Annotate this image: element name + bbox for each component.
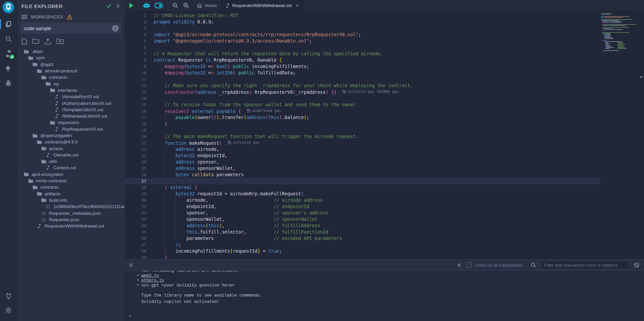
tree-folder-utils[interactable]: utils	[17, 158, 125, 165]
panel-expand-icon[interactable]	[117, 4, 120, 8]
code-line-11[interactable]: 11	[125, 76, 600, 82]
line-number[interactable]: 20	[125, 133, 146, 140]
new-folder-button[interactable]	[32, 38, 39, 45]
sidebar-item-file-explorer[interactable]	[0, 18, 17, 30]
code-line-9[interactable]: 9 mapping(bytes32 => bool) public incomi…	[125, 63, 600, 70]
sidebar-item-solidity-compiler[interactable]	[0, 48, 17, 60]
line-number[interactable]: 18	[125, 121, 146, 127]
sidebar-item-settings[interactable]	[0, 304, 17, 316]
tree-file-ownable.sol[interactable]: Ownable.sol	[17, 152, 125, 158]
line-number[interactable]: 24	[125, 159, 146, 165]
line-number[interactable]: 35	[125, 229, 146, 235]
tree-folder-contracts[interactable]: contracts	[17, 184, 125, 190]
line-number[interactable]: 19	[125, 127, 146, 133]
tree-folder-access[interactable]: access	[17, 145, 125, 151]
workspace-select[interactable]: code-sample	[20, 23, 121, 34]
terminal-library-link[interactable]: ethers.js	[141, 278, 164, 283]
ai-copilot-robot-icon[interactable]	[143, 2, 150, 9]
line-number[interactable]: 12	[125, 82, 146, 89]
tree-file-iairnoderrpv0.sol[interactable]: IAirnodeRrpV0.sol	[17, 93, 125, 100]
sidebar-item-plugin-manager[interactable]	[0, 290, 17, 302]
code-line-6[interactable]: 6	[125, 44, 600, 51]
workspaces-menu-icon[interactable]	[21, 15, 27, 19]
tab-home[interactable]: Home	[193, 0, 221, 11]
code-line-30[interactable]: 30 airnode, // airnode address	[125, 197, 600, 203]
line-number[interactable]: 9	[125, 63, 146, 70]
code-line-28[interactable]: 28 ) external {	[125, 184, 600, 191]
code-line-29[interactable]: 29 bytes32 requestId = airnodeRrp.makeFu…	[125, 191, 600, 197]
tree-file-iauthorizationutilsv0.sol[interactable]: IAuthorizationUtilsV0.sol	[17, 100, 125, 106]
zoom-in-button[interactable]	[183, 2, 189, 9]
code-line-13[interactable]: 13 constructor(address _rrpAddress) RrpR…	[125, 89, 600, 95]
terminal-prompt[interactable]: >	[129, 314, 132, 319]
code-line-32[interactable]: 32 sponsor, // sponsor's address	[125, 210, 600, 216]
line-number[interactable]: 39	[125, 254, 146, 259]
line-number[interactable]: 37	[125, 242, 146, 248]
line-number[interactable]: 7	[125, 51, 146, 57]
code-line-14[interactable]: 14	[125, 95, 600, 102]
line-number[interactable]: 25	[125, 165, 146, 172]
line-number[interactable]: 27	[125, 178, 146, 184]
tree-file-requester.json[interactable]: {}Requester.json	[17, 216, 125, 223]
code-line-18[interactable]: 18 }	[125, 121, 600, 127]
code-line-20[interactable]: 20 // The main makeRequest function that…	[125, 133, 600, 140]
tree-folder-contracts@4.9.5[interactable]: contracts@4.9.5	[17, 139, 125, 145]
tree-folder-rrp[interactable]: rrp	[17, 80, 125, 87]
tree-file-rrprequesterv0.sol[interactable]: RrpRequesterV0.sol	[17, 126, 125, 132]
tab-close-icon[interactable]: ×	[296, 3, 299, 8]
line-number[interactable]: 31	[125, 203, 146, 210]
tree-folder-npm[interactable]: npm	[17, 55, 125, 61]
code-line-16[interactable]: 16 receive() external payable {undefined…	[125, 108, 600, 114]
code-line-31[interactable]: 31 endpointId, // endpointId	[125, 203, 600, 210]
code-line-25[interactable]: 25 address sponsorWallet,	[125, 165, 600, 172]
line-number[interactable]: 13	[125, 89, 146, 95]
line-number[interactable]: 28	[125, 184, 146, 191]
line-number[interactable]: 33	[125, 216, 146, 222]
code-line-12[interactable]: 12 // Make sure you specify the right _r…	[125, 82, 600, 89]
code-line-21[interactable]: 21 function makeRequest(infinite gas	[125, 140, 600, 146]
new-file-button[interactable]	[21, 38, 27, 45]
line-number[interactable]: 34	[125, 222, 146, 229]
code-line-3[interactable]: 3	[125, 25, 600, 31]
tree-folder-interfaces[interactable]: interfaces	[17, 87, 125, 93]
upload-file-button[interactable]	[44, 38, 51, 45]
code-line-8[interactable]: 8contract Requester is RrpRequesterV0, O…	[125, 57, 600, 63]
tree-file-iwithdrawalutilsv0.sol[interactable]: IWithdrawalUtilsV0.sol	[17, 113, 125, 119]
tree-file-1c06f6d06e3f7bccf640450151111a0...[interactable]: {}1c06f6d06e3f7bccf640450151111a0...	[17, 203, 125, 210]
line-number[interactable]: 10	[125, 70, 146, 76]
zoom-out-button[interactable]	[172, 2, 179, 9]
code-editor[interactable]: 1// SPDX-License-Identifier: MIT2pragma …	[125, 11, 644, 259]
line-number[interactable]: 17	[125, 114, 146, 121]
transaction-filter-input[interactable]	[540, 261, 629, 269]
code-line-39[interactable]: 39 }	[125, 254, 600, 259]
line-number[interactable]: 6	[125, 44, 146, 51]
line-number[interactable]: 21	[125, 140, 146, 146]
tab-active-file[interactable]: RequesterWithWithdrawal.sol ×	[221, 0, 303, 11]
code-line-19[interactable]: 19	[125, 127, 600, 133]
code-line-36[interactable]: 36 parameters // encoded API parameters	[125, 235, 600, 242]
line-number[interactable]: 5	[125, 38, 146, 44]
line-number[interactable]: 22	[125, 146, 146, 152]
code-line-37[interactable]: 37 );	[125, 242, 600, 248]
code-line-7[interactable]: 7// A Requester that will return the req…	[125, 51, 600, 57]
code-line-27[interactable]: 27	[125, 178, 600, 184]
code-line-2[interactable]: 2pragma solidity 0.8.9;	[125, 19, 600, 25]
sidebar-item-debugger[interactable]	[0, 77, 17, 89]
tree-file-requester-metadata.json[interactable]: {}Requester_metadata.json	[17, 210, 125, 216]
listen-all-transactions-checkbox[interactable]	[466, 262, 472, 268]
line-number[interactable]: 15	[125, 102, 146, 108]
workspace-warning-icon[interactable]	[67, 14, 72, 19]
copilot-toggle[interactable]	[154, 3, 163, 8]
code-line-22[interactable]: 22 address airnode,	[125, 146, 600, 152]
tree-file-itemplateutilsv0.sol[interactable]: ITemplateUtilsV0.sol	[17, 107, 125, 113]
tree-file-context.sol[interactable]: Context.sol	[17, 165, 125, 171]
sidebar-item-search[interactable]	[0, 33, 17, 45]
code-line-33[interactable]: 33 sponsorWallet, // sponsorWallet	[125, 216, 600, 222]
tree-folder-api3-ecosystem[interactable]: api3-ecosystem	[17, 171, 125, 178]
line-number[interactable]: 29	[125, 191, 146, 197]
terminal-library-link[interactable]: web3.js	[141, 273, 159, 278]
clear-console-icon[interactable]	[634, 262, 639, 268]
terminal-collapse-icon[interactable]	[129, 263, 133, 267]
code-line-34[interactable]: 34 address(this), // fulfillAddress	[125, 222, 600, 229]
code-line-5[interactable]: 5import "@openzeppelin/contracts@4.9.5/a…	[125, 38, 600, 44]
